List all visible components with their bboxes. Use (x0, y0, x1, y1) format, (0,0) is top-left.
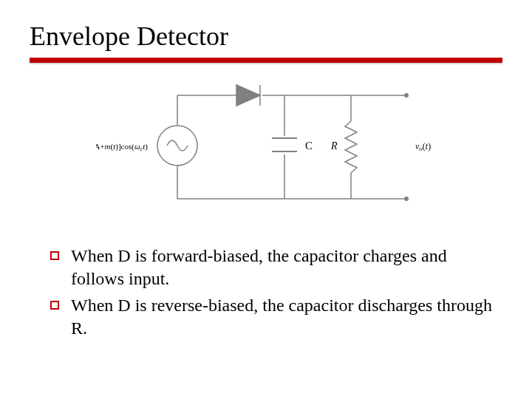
output-label: vo(t) (415, 141, 431, 152)
bullet-marker-icon (50, 301, 59, 310)
list-item: When D is reverse-biased, the capacitor … (50, 294, 502, 339)
list-item: When D is forward-biased, the capacitor … (50, 245, 502, 290)
svg-point-15 (404, 197, 409, 201)
circuit-diagram: [A+m(t)]cos(ωct) C R vo(t) (30, 81, 502, 221)
bullet-text: When D is forward-biased, the capacitor … (71, 245, 502, 290)
bullet-text: When D is reverse-biased, the capacitor … (71, 294, 502, 339)
slide-title: Envelope Detector (30, 21, 502, 52)
resistor-label: R (330, 140, 338, 151)
svg-point-14 (404, 93, 409, 98)
bullet-list: When D is forward-biased, the capacitor … (50, 245, 502, 340)
bullet-marker-icon (50, 251, 59, 260)
svg-marker-10 (236, 85, 260, 106)
title-rule (30, 58, 502, 63)
capacitor-label: C (305, 140, 313, 151)
source-label: [A+m(t)]cos(ωct) (96, 142, 148, 152)
